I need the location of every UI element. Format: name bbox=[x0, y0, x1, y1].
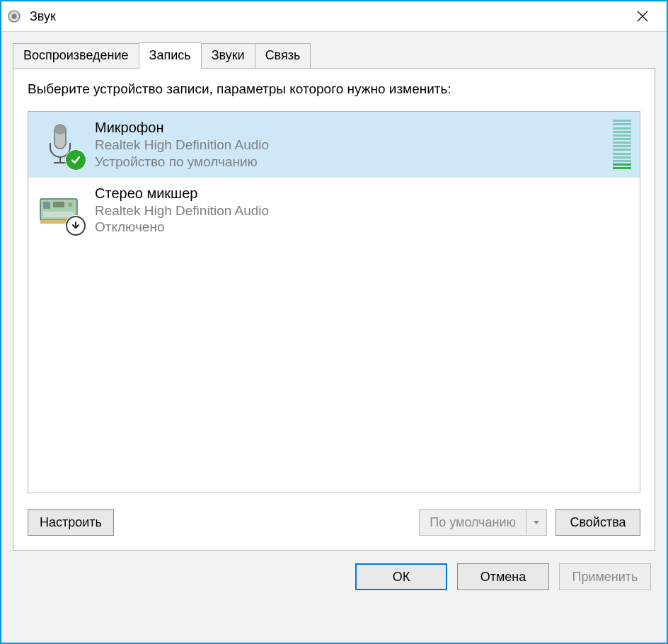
check-icon bbox=[66, 150, 86, 170]
device-list[interactable]: Микрофон Realtek High Definition Audio У… bbox=[28, 111, 640, 493]
sound-icon bbox=[6, 8, 23, 25]
device-name: Стерео микшер bbox=[95, 185, 631, 202]
level-meter bbox=[613, 120, 631, 169]
chevron-down-icon bbox=[533, 519, 540, 526]
device-item[interactable]: Стерео микшер Realtek High Definition Au… bbox=[28, 178, 640, 243]
svg-point-1 bbox=[12, 14, 17, 19]
titlebar[interactable]: Звук bbox=[1, 1, 667, 31]
device-status: Устройство по умолчанию bbox=[95, 154, 603, 171]
ok-button[interactable]: ОК bbox=[355, 563, 447, 590]
cancel-button[interactable]: Отмена bbox=[457, 563, 549, 590]
tab-sounds[interactable]: Звуки bbox=[201, 43, 255, 68]
close-button[interactable] bbox=[623, 1, 662, 31]
disabled-badge bbox=[65, 215, 86, 236]
svg-point-11 bbox=[68, 202, 72, 207]
svg-rect-13 bbox=[40, 220, 69, 224]
dialog-button-row: ОК Отмена Применить bbox=[1, 551, 667, 606]
tab-container: Воспроизведение Запись Звуки Связь Выбер… bbox=[13, 42, 655, 551]
device-status: Отключено bbox=[95, 219, 631, 236]
device-name: Микрофон bbox=[95, 119, 603, 137]
svg-marker-14 bbox=[534, 521, 539, 524]
apply-button[interactable]: Применить bbox=[559, 563, 651, 590]
instruction-text: Выберите устройство записи, параметры ко… bbox=[28, 81, 640, 97]
configure-button[interactable]: Настроить bbox=[28, 509, 114, 536]
set-default-button[interactable]: По умолчанию bbox=[419, 509, 526, 536]
tab-strip: Воспроизведение Запись Звуки Связь bbox=[13, 42, 655, 68]
device-driver: Realtek High Definition Audio bbox=[95, 137, 603, 154]
tab-panel-recording: Выберите устройство записи, параметры ко… bbox=[13, 68, 655, 551]
window-title: Звук bbox=[30, 9, 56, 24]
svg-rect-10 bbox=[53, 202, 64, 207]
soundcard-icon bbox=[35, 185, 85, 235]
set-default-dropdown[interactable] bbox=[526, 509, 547, 536]
tab-recording[interactable]: Запись bbox=[139, 42, 202, 69]
sound-dialog: Звук Воспроизведение Запись Звуки Связь … bbox=[0, 0, 668, 644]
properties-button[interactable]: Свойства bbox=[555, 509, 640, 536]
panel-button-row: Настроить По умолчанию Свойства bbox=[28, 509, 640, 536]
tab-playback[interactable]: Воспроизведение bbox=[13, 43, 139, 68]
tab-communications[interactable]: Связь bbox=[255, 43, 311, 68]
set-default-split-button: По умолчанию bbox=[419, 509, 547, 536]
down-arrow-icon bbox=[66, 216, 86, 236]
svg-rect-5 bbox=[54, 125, 66, 134]
device-item[interactable]: Микрофон Realtek High Definition Audio У… bbox=[28, 112, 640, 178]
client-area: Воспроизведение Запись Звуки Связь Выбер… bbox=[1, 31, 667, 643]
device-driver: Realtek High Definition Audio bbox=[95, 202, 631, 219]
svg-rect-9 bbox=[43, 202, 50, 209]
microphone-icon bbox=[35, 120, 85, 169]
default-badge bbox=[65, 149, 86, 171]
